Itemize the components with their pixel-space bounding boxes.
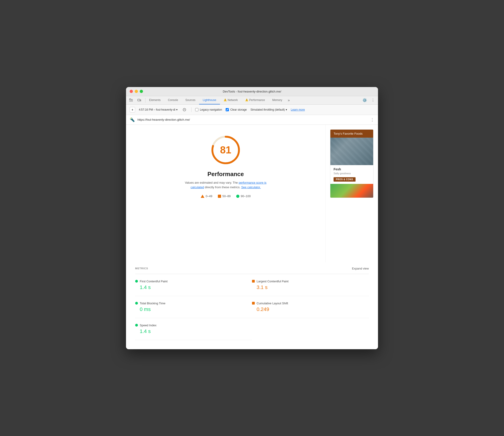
fish-decoration: [330, 138, 373, 165]
tab-lighthouse[interactable]: Lighthouse: [199, 96, 220, 104]
needs-improvement-icon: [218, 195, 221, 198]
preview-header: Tony's Favorite Foods: [330, 130, 373, 138]
metric-cls-name-row: Cumulative Layout Shift: [252, 302, 369, 305]
throttle-selector[interactable]: Simulated throttling (default) ▾: [250, 108, 287, 111]
metric-si-value: 1.4 s: [135, 328, 252, 334]
svg-rect-0: [129, 99, 131, 100]
metric-tbt-label: Total Blocking Time: [140, 302, 165, 305]
metrics-section: METRICS Expand view First Contentful Pai…: [126, 262, 378, 349]
metric-tbt-indicator: [135, 302, 138, 305]
metric-tbt-name-row: Total Blocking Time: [135, 302, 252, 305]
session-dropdown-icon: ▾: [176, 108, 178, 111]
svg-rect-2: [140, 100, 141, 101]
close-button[interactable]: [130, 90, 133, 93]
lighthouse-icon: 🔦: [130, 117, 135, 122]
tab-icons: [128, 97, 143, 103]
performance-subtitle: Values are estimated and may vary. The p…: [182, 181, 269, 190]
tab-network[interactable]: ⚠️ Network: [220, 96, 241, 104]
metric-lcp-name-row: Largest Contentful Paint: [252, 280, 369, 283]
tab-performance[interactable]: ⚠️ Performance: [241, 96, 269, 104]
metric-si: Speed Index 1.4 s: [135, 318, 252, 340]
clear-storage-group: Clear storage: [226, 108, 247, 111]
poor-icon: [201, 195, 204, 198]
tab-bar: Elements Console Sources Lighthouse ⚠️ N…: [126, 96, 378, 105]
good-icon: [236, 195, 239, 198]
maximize-button[interactable]: [140, 90, 143, 93]
session-selector[interactable]: 4:57:16 PM – foul-heavenly-di ▾: [139, 108, 178, 111]
title-bar: DevTools - foul-heavenly-direction.glitc…: [126, 87, 378, 96]
metrics-label: METRICS: [135, 267, 148, 270]
clear-storage-checkbox[interactable]: [226, 108, 229, 111]
inspect-icon[interactable]: [128, 97, 134, 103]
legacy-nav-label: Legacy navigation: [200, 108, 222, 111]
toolbar: + 4:57:16 PM – foul-heavenly-di ▾ Legacy…: [126, 105, 378, 115]
url-text: https://foul-heavenly-direction.glitch.m…: [137, 118, 367, 121]
add-session-button[interactable]: +: [130, 107, 135, 112]
metric-lcp-indicator: [252, 280, 255, 282]
metric-fcp-indicator: [135, 280, 138, 282]
preview-item-subtitle: Salty goodness: [334, 172, 370, 175]
metric-lcp-label: Largest Contentful Paint: [257, 280, 288, 283]
legend-needs-improvement: 50–89: [218, 194, 231, 198]
throttle-dropdown-icon: ▾: [286, 108, 287, 111]
metrics-header: METRICS Expand view: [135, 262, 369, 274]
metric-fcp-value: 1.4 s: [135, 284, 252, 290]
metric-cls-indicator: [252, 302, 255, 305]
legend-good: 90–100: [236, 194, 251, 198]
traffic-lights: [130, 90, 143, 93]
minimize-button[interactable]: [135, 90, 138, 93]
right-panel: Tony's Favorite Foods Fesh Salty goodnes…: [325, 125, 378, 262]
performance-title: Performance: [208, 171, 244, 178]
metric-lcp: Largest Contentful Paint 3.1 s: [252, 274, 369, 296]
legacy-nav-group: Legacy navigation: [195, 108, 222, 111]
metric-fcp-label: First Contentful Paint: [140, 280, 167, 283]
metric-tbt: Total Blocking Time 0 ms: [135, 296, 252, 318]
pros-cons-button[interactable]: PROS & CONS: [334, 177, 356, 182]
expand-view-button[interactable]: Expand view: [352, 267, 369, 270]
network-warning-icon: ⚠️: [224, 99, 227, 101]
metrics-grid: First Contentful Paint 1.4 s Largest Con…: [135, 274, 369, 340]
toolbar-divider: [191, 107, 192, 112]
preview-body: Fesh Salty goodness PROS & CONS: [330, 165, 373, 184]
performance-warning-icon: ⚠️: [245, 99, 248, 101]
devtools-window: DevTools - foul-heavenly-direction.glitc…: [126, 87, 378, 349]
learn-more-link[interactable]: Learn more: [291, 108, 305, 111]
tab-elements[interactable]: Elements: [146, 96, 164, 104]
score-circle: 81: [210, 134, 242, 166]
legacy-nav-checkbox[interactable]: [195, 108, 198, 111]
tab-memory[interactable]: Memory: [269, 96, 286, 104]
window-title: DevTools - foul-heavenly-direction.glitc…: [223, 90, 281, 93]
metric-empty: [252, 318, 369, 340]
svg-rect-1: [138, 99, 140, 101]
metric-si-label: Speed Index: [140, 324, 156, 327]
metric-cls: Cumulative Layout Shift 0.249: [252, 296, 369, 318]
tab-console[interactable]: Console: [164, 96, 182, 104]
preview-fish-image: [330, 138, 373, 165]
tab-actions: ⚙️ ⋮: [361, 97, 376, 103]
metric-si-indicator: [135, 324, 138, 327]
delete-session-icon[interactable]: [181, 107, 188, 113]
settings-icon[interactable]: ⚙️: [361, 97, 368, 103]
metric-cls-label: Cumulative Layout Shift: [257, 302, 288, 305]
legend-poor: 0–49: [201, 194, 212, 198]
metric-lcp-value: 3.1 s: [252, 284, 369, 290]
metric-fcp-name-row: First Contentful Paint: [135, 280, 252, 283]
url-bar: 🔦 https://foul-heavenly-direction.glitch…: [126, 115, 378, 125]
more-tabs-button[interactable]: »: [286, 96, 292, 104]
responsive-icon[interactable]: [136, 97, 143, 103]
preview-item-title: Fesh: [334, 167, 370, 171]
metric-fcp: First Contentful Paint 1.4 s: [135, 274, 252, 296]
left-panel: 81 Performance Values are estimated and …: [126, 125, 325, 262]
metric-cls-value: 0.249: [252, 306, 369, 312]
calculator-link[interactable]: See calculator.: [241, 185, 261, 189]
metric-tbt-value: 0 ms: [135, 306, 252, 312]
preview-food-image: [330, 184, 373, 198]
score-legend: 0–49 50–89 90–100: [201, 194, 251, 198]
url-menu-icon[interactable]: ⋮: [370, 117, 374, 122]
score-value: 81: [220, 144, 231, 156]
preview-card: Tony's Favorite Foods Fesh Salty goodnes…: [330, 129, 373, 198]
clear-storage-label: Clear storage: [230, 108, 247, 111]
tab-sources[interactable]: Sources: [182, 96, 199, 104]
more-options-icon[interactable]: ⋮: [370, 97, 376, 103]
metric-si-name-row: Speed Index: [135, 324, 252, 327]
